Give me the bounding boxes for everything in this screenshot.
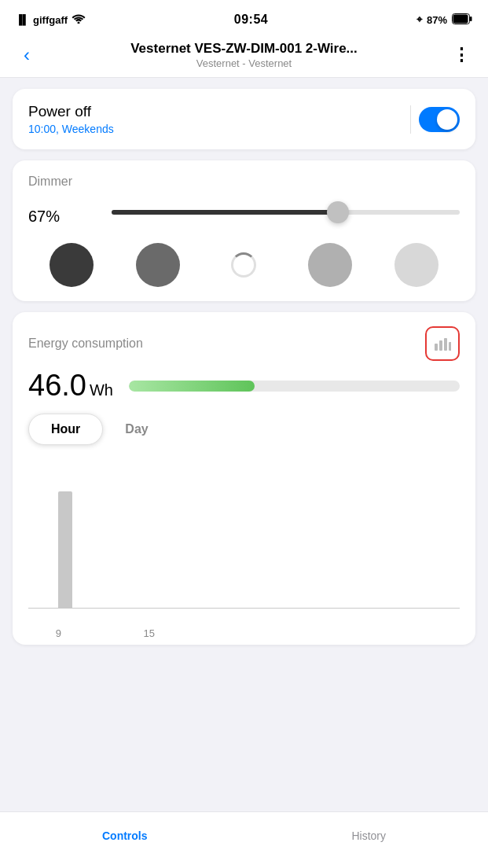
dimmer-spinner-container bbox=[222, 243, 266, 287]
tab-history[interactable]: History bbox=[351, 829, 386, 842]
battery-icon bbox=[452, 13, 472, 27]
dimmer-card: Dimmer 67% bbox=[13, 160, 475, 301]
status-left: ▐▌ giffgaff bbox=[16, 13, 86, 26]
status-time: 09:54 bbox=[234, 13, 268, 27]
dimmer-circles bbox=[28, 243, 460, 287]
power-off-card: Power off 10:00, Weekends bbox=[13, 89, 475, 149]
svg-rect-3 bbox=[470, 17, 472, 21]
carrier-label: giffgaff bbox=[33, 14, 68, 26]
dimmer-slider[interactable] bbox=[112, 210, 460, 215]
nav-bar: ‹ Vesternet VES-ZW-DIM-001 2-Wire... Ves… bbox=[0, 35, 488, 78]
tab-history-label: History bbox=[351, 829, 386, 842]
energy-header: Energy consumption bbox=[28, 326, 460, 361]
power-off-left: Power off 10:00, Weekends bbox=[28, 103, 114, 135]
dim-circle-1[interactable] bbox=[50, 243, 94, 287]
power-off-row: Power off 10:00, Weekends bbox=[28, 103, 460, 135]
dim-circle-2[interactable] bbox=[136, 243, 180, 287]
chart-axis bbox=[28, 608, 460, 609]
dimmer-label: Dimmer bbox=[28, 175, 460, 189]
power-off-schedule: 10:00, Weekends bbox=[28, 123, 114, 135]
main-content: Power off 10:00, Weekends Dimmer 67% bbox=[0, 78, 488, 656]
chart-area: 9 15 bbox=[28, 458, 460, 631]
divider bbox=[410, 105, 411, 134]
energy-bar bbox=[129, 381, 460, 392]
energy-value: 46.0Wh bbox=[28, 369, 113, 403]
slider-fill bbox=[112, 210, 338, 215]
svg-rect-2 bbox=[453, 14, 468, 23]
nav-subtitle: Vesternet - Vesternet bbox=[41, 57, 447, 69]
status-right: ⌖ 87% bbox=[416, 13, 472, 27]
svg-rect-4 bbox=[435, 344, 438, 351]
chart-bar-1 bbox=[58, 491, 72, 608]
dim-circle-5[interactable] bbox=[394, 243, 438, 287]
chart-icon-button[interactable] bbox=[425, 326, 460, 361]
svg-point-0 bbox=[78, 22, 80, 24]
more-button[interactable]: ⋮ bbox=[447, 45, 475, 65]
dimmer-value: 67% bbox=[28, 195, 99, 229]
svg-rect-5 bbox=[439, 340, 442, 351]
location-icon: ⌖ bbox=[416, 13, 422, 26]
svg-rect-7 bbox=[449, 342, 451, 351]
tab-controls-label: Controls bbox=[102, 829, 148, 842]
energy-value-row: 46.0Wh bbox=[28, 369, 460, 403]
dimmer-spinner bbox=[231, 252, 256, 278]
signal-icon: ▐▌ bbox=[16, 14, 29, 25]
status-bar: ▐▌ giffgaff 09:54 ⌖ 87% bbox=[0, 0, 488, 35]
period-toggle: Hour Day bbox=[28, 414, 460, 445]
svg-rect-6 bbox=[444, 338, 447, 351]
energy-unit: Wh bbox=[90, 381, 113, 399]
chart-label-9: 9 bbox=[56, 627, 61, 639]
dimmer-unit: % bbox=[46, 208, 60, 225]
slider-thumb[interactable] bbox=[327, 201, 349, 223]
day-button[interactable]: Day bbox=[103, 414, 170, 444]
tab-bar: Controls History bbox=[0, 811, 488, 868]
power-off-right bbox=[410, 105, 460, 134]
battery-percent: 87% bbox=[427, 14, 447, 26]
wifi-icon bbox=[72, 13, 86, 26]
slider-track bbox=[112, 210, 460, 215]
chart-label-15: 15 bbox=[143, 627, 154, 639]
nav-title-block: Vesternet VES-ZW-DIM-001 2-Wire... Veste… bbox=[41, 41, 447, 69]
energy-title: Energy consumption bbox=[28, 337, 143, 351]
tab-controls[interactable]: Controls bbox=[102, 829, 148, 842]
nav-title: Vesternet VES-ZW-DIM-001 2-Wire... bbox=[41, 41, 447, 57]
energy-card: Energy consumption 46.0Wh Hour Day bbox=[13, 312, 475, 645]
back-button[interactable]: ‹ bbox=[13, 44, 41, 66]
power-off-title: Power off bbox=[28, 103, 114, 120]
bar-chart-icon bbox=[434, 336, 451, 351]
dim-circle-4[interactable] bbox=[308, 243, 352, 287]
toggle-thumb bbox=[437, 109, 457, 130]
power-toggle[interactable] bbox=[419, 107, 460, 132]
energy-bar-fill bbox=[129, 381, 255, 392]
dimmer-row: 67% bbox=[28, 195, 460, 229]
hour-button[interactable]: Hour bbox=[28, 414, 103, 445]
